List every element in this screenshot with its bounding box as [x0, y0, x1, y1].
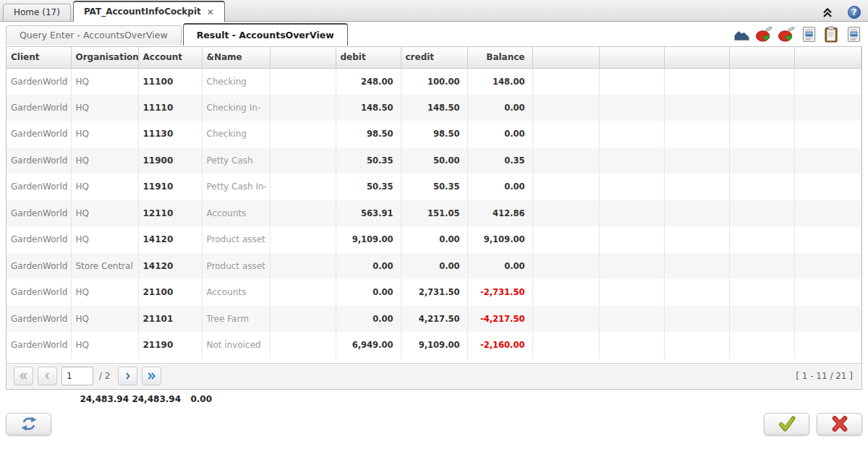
cell-empty: [794, 121, 861, 148]
previous-page-button[interactable]: [38, 367, 57, 385]
table-row[interactable]: GardenWorldHQ11910Petty Cash In-50.3550.…: [7, 174, 861, 200]
column-header[interactable]: [664, 47, 729, 68]
cell-balance: -4,217.50: [467, 306, 532, 333]
pie-chart-edit-icon[interactable]: [778, 25, 795, 43]
cell-empty: [664, 279, 729, 306]
tab-home-label: Home (17): [14, 7, 60, 17]
cell-empty: [599, 148, 664, 174]
cell-empty: [729, 306, 794, 333]
cell-empty: [729, 200, 794, 227]
column-header[interactable]: [532, 47, 599, 68]
cell-client: GardenWorld: [7, 200, 71, 227]
cell-org: HQ: [71, 226, 138, 253]
cell-name: Not invoiced: [202, 332, 270, 359]
collapse-all-icon[interactable]: [819, 4, 836, 21]
pie-chart-edit-icon[interactable]: [755, 25, 773, 43]
column-header-account[interactable]: Account: [138, 47, 202, 68]
cell-empty: [729, 148, 794, 174]
cell-client: GardenWorld: [7, 95, 71, 121]
cell-account: 21190: [138, 332, 202, 359]
tab-result[interactable]: Result - AccountsOverView: [183, 23, 348, 46]
cell-empty: [794, 332, 861, 359]
page-input[interactable]: [61, 367, 93, 385]
column-header[interactable]: [599, 47, 664, 68]
column-header[interactable]: [270, 47, 336, 68]
cockpit-tab-bar: Query Enter - AccountsOverView Result - …: [0, 22, 868, 45]
tab-account-info-cockpit[interactable]: PAT_AccountInfoCockpit ✕: [73, 1, 225, 22]
cell-org: HQ: [71, 200, 138, 227]
cell-debit: 148.50: [336, 95, 401, 121]
total-debit: 24,483.94: [69, 394, 129, 404]
cell-empty: [729, 68, 794, 95]
cell-client: GardenWorld: [7, 226, 71, 253]
cell-empty: [270, 174, 336, 200]
cell-empty: [270, 121, 336, 148]
close-icon[interactable]: ✕: [207, 8, 214, 17]
cell-empty: [794, 279, 861, 306]
table-row[interactable]: GardenWorldHQ21101Tree Farm0.004,217.50-…: [7, 306, 861, 333]
cell-empty: [270, 148, 336, 174]
column-header[interactable]: [729, 47, 794, 68]
confirm-button[interactable]: [764, 413, 809, 435]
clipboard-icon[interactable]: [822, 25, 840, 43]
table-row[interactable]: GardenWorldHQ21190Not invoiced6,949.009,…: [7, 332, 861, 359]
cell-empty: [664, 226, 729, 253]
report-view-icon[interactable]: [845, 25, 862, 43]
tab-home[interactable]: Home (17): [3, 4, 71, 21]
cell-account: 14120: [138, 226, 202, 253]
cell-empty: [729, 95, 794, 121]
column-header-name[interactable]: &Name: [202, 47, 270, 68]
cell-credit: 0.00: [401, 253, 467, 280]
cell-empty: [794, 68, 861, 95]
column-header-client[interactable]: Client: [7, 47, 71, 68]
cancel-button[interactable]: [817, 413, 862, 435]
cell-balance: -2,160.00: [467, 332, 532, 359]
table-row[interactable]: GardenWorldHQ11900Petty Cash50.3550.000.…: [7, 148, 861, 174]
cell-client: GardenWorld: [7, 253, 71, 280]
table-row[interactable]: GardenWorldHQ14120Product asset9,109.000…: [7, 226, 861, 253]
last-page-button[interactable]: [142, 367, 161, 385]
cell-name: Petty Cash: [202, 148, 270, 174]
first-page-button[interactable]: [14, 367, 33, 385]
table-row[interactable]: GardenWorldHQ11100Checking248.00100.0014…: [7, 68, 861, 95]
help-icon[interactable]: ?: [848, 6, 861, 19]
action-bar: [0, 409, 868, 435]
cell-empty: [599, 253, 664, 280]
tab-query-enter[interactable]: Query Enter - AccountsOverView: [6, 25, 182, 45]
table-row[interactable]: GardenWorldHQ11110Checking In-148.50148.…: [7, 95, 861, 121]
cell-empty: [664, 332, 729, 359]
cell-name: Petty Cash In-: [202, 174, 270, 200]
cell-empty: [270, 68, 336, 95]
cell-empty: [270, 95, 336, 121]
record-range-label: [ 1 - 11 / 21 ]: [796, 371, 853, 381]
report-view-icon[interactable]: [800, 25, 817, 43]
cell-balance: 148.00: [467, 68, 532, 95]
cell-empty: [532, 121, 599, 148]
cell-empty: [664, 200, 729, 227]
column-header[interactable]: [794, 47, 861, 68]
cell-empty: [532, 68, 599, 95]
cell-empty: [664, 121, 729, 148]
cell-empty: [532, 174, 599, 200]
cell-name: Checking: [202, 121, 270, 148]
column-header-balance[interactable]: Balance: [467, 47, 532, 68]
refresh-button[interactable]: [6, 413, 51, 435]
next-page-button[interactable]: [118, 367, 137, 385]
table-row[interactable]: GardenWorldHQ12110Accounts563.91151.0541…: [7, 200, 861, 227]
table-row[interactable]: GardenWorldHQ21100Accounts0.002,731.50-2…: [7, 279, 861, 306]
column-header-debit[interactable]: debit: [336, 47, 401, 68]
results-grid: ClientOrganisationAccount&Namedebitcredi…: [6, 46, 862, 390]
area-chart-icon[interactable]: [733, 25, 750, 43]
cell-client: GardenWorld: [7, 121, 71, 148]
cell-empty: [794, 95, 861, 121]
cell-empty: [664, 148, 729, 174]
cell-account: 12110: [138, 200, 202, 227]
table-row[interactable]: GardenWorldStore Central14120Product ass…: [7, 253, 861, 280]
cell-balance: 412.86: [467, 200, 532, 227]
table-row[interactable]: GardenWorldHQ11130Checking98.5098.500.00: [7, 121, 861, 148]
cell-account: 11100: [138, 68, 202, 95]
column-header-credit[interactable]: credit: [401, 47, 467, 68]
cell-debit: 9,109.00: [336, 226, 401, 253]
column-header-organisation[interactable]: Organisation: [71, 47, 138, 68]
cell-empty: [794, 306, 861, 333]
